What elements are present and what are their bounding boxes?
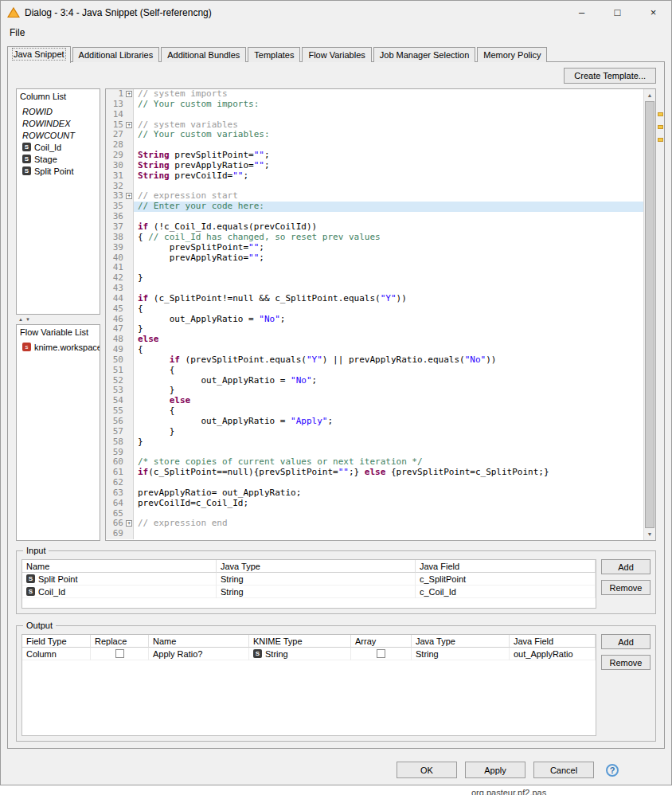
code-text: out_ApplyRatio = "Apply"; <box>134 417 643 427</box>
replace-checkbox[interactable] <box>115 649 124 658</box>
code-line[interactable]: 58} <box>106 437 643 448</box>
code-line[interactable]: 57 } <box>106 427 643 437</box>
scroll-down-icon[interactable]: ▼ <box>644 528 655 540</box>
input-name-cell[interactable]: SCoil_Id <box>22 585 217 598</box>
scrollbar-thumb[interactable] <box>645 101 654 528</box>
ok-button[interactable]: OK <box>397 762 457 778</box>
help-button[interactable]: ? <box>606 764 619 777</box>
output-grid: Field TypeReplaceNameKNIME TypeArrayJava… <box>22 635 596 660</box>
fold-column <box>125 376 134 386</box>
code-line[interactable]: 40 prevApplyRatio=""; <box>106 253 643 264</box>
input-table: NameJava TypeJava FieldSSplit PointStrin… <box>21 559 596 609</box>
fold-column <box>125 468 134 478</box>
input-java-field-cell[interactable]: c_Coil_Id <box>416 585 596 598</box>
code-line[interactable]: 31String prevCoilId=""; <box>106 171 643 182</box>
code-line[interactable]: 44if (c_SplitPoint!=null && c_SplitPoint… <box>106 294 643 304</box>
code-line[interactable]: 69 <box>106 529 643 539</box>
string-type-icon: S <box>26 574 35 583</box>
output-field-type-cell[interactable]: Column <box>22 648 91 660</box>
splitter-down-icon[interactable]: ▼ <box>25 317 30 322</box>
input-java-type-cell[interactable]: String <box>217 573 416 585</box>
tab-job-manager-selection[interactable]: Job Manager Selection <box>373 47 476 62</box>
column-list-item[interactable]: ROWINDEX <box>17 117 100 129</box>
scroll-up-icon[interactable]: ▲ <box>644 89 655 101</box>
output-java-type-cell[interactable]: String <box>412 648 510 660</box>
tab-flow-variables[interactable]: Flow Variables <box>302 47 371 62</box>
code-line[interactable]: 56 out_ApplyRatio = "Apply"; <box>106 417 643 427</box>
column-list-item[interactable]: SSplit Point <box>17 165 100 177</box>
code-text: // Enter your code here: <box>134 202 643 212</box>
code-line[interactable]: 54 else <box>106 396 643 406</box>
tab-templates[interactable]: Templates <box>248 47 300 62</box>
column-list-item[interactable]: SStage <box>17 153 100 165</box>
column-list-item[interactable]: ROWCOUNT <box>17 129 100 141</box>
tab-additional-bundles[interactable]: Additional Bundles <box>161 47 246 62</box>
title-bar[interactable]: Dialog - 3:4 - Java Snippet (Self-refere… <box>1 1 671 24</box>
create-template-button[interactable]: Create Template... <box>564 68 656 84</box>
code-line[interactable]: 42} <box>106 273 643 284</box>
code-line[interactable]: 52 out_ApplyRatio = "No"; <box>106 376 643 386</box>
output-add-button[interactable]: Add <box>601 634 651 649</box>
code-text: } <box>134 273 643 284</box>
array-checkbox[interactable] <box>377 649 385 658</box>
code-line[interactable]: 48else <box>106 335 643 345</box>
code-line[interactable]: 13// Your custom imports: <box>106 100 643 110</box>
flow-variable-item[interactable]: sknime.workspace <box>17 341 100 353</box>
main-split: Column List ROWIDROWINDEXROWCOUNTSCoil_I… <box>16 88 656 541</box>
tab-label: Flow Variables <box>308 50 365 60</box>
tab-label: Memory Policy <box>483 50 541 60</box>
fold-collapsed-icon[interactable]: + <box>126 91 132 97</box>
fold-collapsed-icon[interactable]: + <box>126 122 132 128</box>
code-line[interactable]: 66+// expression end <box>106 519 643 529</box>
code-line[interactable]: 41 <box>106 263 643 273</box>
fold-collapsed-icon[interactable]: + <box>126 520 132 527</box>
fold-column <box>125 110 134 120</box>
fold-column <box>125 355 134 366</box>
fold-column <box>125 324 134 335</box>
code-line[interactable]: 27// Your custom variables: <box>106 130 643 140</box>
output-panel-title: Output <box>23 621 56 630</box>
column-list-item[interactable]: SCoil_Id <box>17 141 100 153</box>
window-title: Dialog - 3:4 - Java Snippet (Self-refere… <box>25 7 212 18</box>
panel-splitter[interactable]: ▲ ▼ <box>16 315 100 324</box>
code-line[interactable]: 46 out_ApplyRatio = "No"; <box>106 315 643 325</box>
input-remove-button[interactable]: Remove <box>601 580 651 595</box>
fold-column <box>125 222 134 233</box>
line-number: 29 <box>106 151 125 161</box>
output-name-cell[interactable]: Apply Ratio? <box>149 648 249 660</box>
output-remove-button[interactable]: Remove <box>601 655 651 670</box>
apply-button[interactable]: Apply <box>465 762 525 778</box>
output-knime-type-cell[interactable]: SString <box>249 648 351 660</box>
tab-additional-libraries[interactable]: Additional Libraries <box>72 47 160 62</box>
code-line[interactable]: 47} <box>106 324 643 335</box>
fold-column <box>125 182 134 192</box>
annotation-mark <box>658 125 663 129</box>
code-text: else <box>134 396 643 406</box>
maximize-button[interactable]: □ <box>600 1 635 24</box>
splitter-up-icon[interactable]: ▲ <box>18 317 23 322</box>
minimize-button[interactable]: – <box>564 1 600 24</box>
code-line[interactable]: 50 if (prevSplitPoint.equals("Y") || pre… <box>106 355 643 366</box>
code-line[interactable]: 64prevCoilId=c_Coil_Id; <box>106 499 643 509</box>
cancel-button[interactable]: Cancel <box>533 762 594 778</box>
tab-memory-policy[interactable]: Memory Policy <box>477 47 547 62</box>
output-java-field-cell[interactable]: out_ApplyRatio <box>510 648 596 660</box>
editor-scrollbar[interactable]: ▲ ▼ <box>643 89 655 540</box>
fold-column <box>125 273 134 284</box>
fold-collapsed-icon[interactable]: + <box>126 193 132 199</box>
code-line[interactable]: 61if(c_SplitPoint==null){prevSplitPoint=… <box>106 468 643 478</box>
input-java-field-cell[interactable]: c_SplitPoint <box>416 573 596 585</box>
input-name-cell[interactable]: SSplit Point <box>22 573 217 585</box>
close-button[interactable]: × <box>635 1 671 24</box>
menu-file[interactable]: File <box>4 25 30 40</box>
input-java-type-cell[interactable]: String <box>217 585 416 598</box>
column-list-title: Column List <box>17 89 100 105</box>
fold-column <box>125 100 134 110</box>
tab-java-snippet[interactable]: Java Snippet <box>7 46 71 63</box>
code-line[interactable]: 35// Enter your code here: <box>106 202 643 212</box>
column-name: Coil_Id <box>34 143 61 152</box>
line-number: 58 <box>106 437 125 448</box>
input-add-button[interactable]: Add <box>601 559 651 574</box>
column-list-item[interactable]: ROWID <box>17 105 100 117</box>
code-editor[interactable]: 1+// system imports13// Your custom impo… <box>105 88 656 541</box>
